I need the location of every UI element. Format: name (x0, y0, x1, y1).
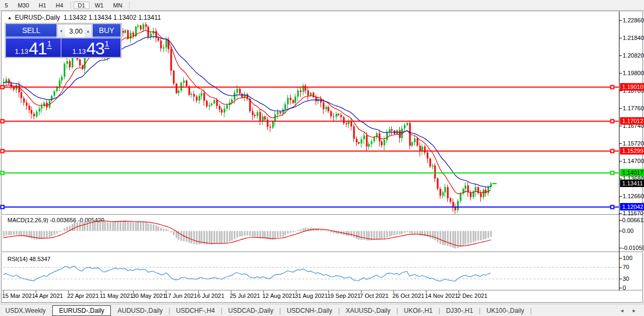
sell-price-prefix: 1.13 (15, 48, 28, 56)
symbol-title: EURUSD-,Daily (15, 14, 60, 21)
chart-tab-bar: USDX,WeeklyEURUSD-,DailyAUDUSD-,Daily|US… (0, 304, 644, 316)
tab-separator: | (168, 307, 170, 314)
tab-audusd-daily[interactable]: AUDUSD-,Daily (112, 306, 168, 315)
tab-separator: | (279, 307, 281, 314)
tab-separator: | (479, 307, 480, 314)
buy-price-prefix: 1.13 (73, 48, 86, 56)
tab-usdcnh-daily[interactable]: USDCNH-,Daily (281, 306, 337, 315)
tab-usdchf-h4[interactable]: USDCHF-,H4 (171, 306, 220, 315)
tab-scroll-left-icon[interactable]: ◄ (619, 308, 624, 313)
tab-uk100-daily[interactable]: UK100-,Daily (481, 306, 529, 315)
tab-separator: | (396, 307, 398, 314)
tab-separator: | (439, 307, 440, 314)
mt4-window: 5M30H1H4D1W1MN ▲EURUSD-,Daily 1.13432 1.… (0, 0, 644, 316)
buy-button[interactable]: BUY (93, 24, 120, 38)
one-click-trading-panel: SELL ▼ ▲ BUY 1.13 41 1 1.13 43 1 (5, 23, 122, 58)
volume-stepper: ▼ ▲ (57, 24, 92, 38)
collapse-panel-icon[interactable]: ▲ (7, 15, 12, 20)
sell-price-pip: 1 (47, 40, 52, 49)
symbol-header: ▲EURUSD-,Daily 1.13432 1.13434 1.13402 1… (7, 14, 161, 21)
buy-price-big: 43 (86, 42, 104, 56)
volume-increase-icon[interactable]: ▲ (84, 25, 92, 37)
volume-decrease-icon[interactable]: ▼ (58, 25, 65, 37)
tab-ukoil-h1[interactable]: UKOil-,H1 (399, 306, 438, 315)
buy-price-pip: 1 (104, 40, 110, 49)
tab-separator: | (338, 307, 340, 314)
tab-separator: | (221, 307, 222, 314)
tab-separator: | (530, 307, 532, 314)
tab-xauusd-daily[interactable]: XAUUSD-,Daily (340, 306, 396, 315)
volume-input[interactable] (65, 25, 84, 37)
buy-price-button[interactable]: 1.13 43 1 (61, 38, 120, 57)
tab-usdx-weekly[interactable]: USDX,Weekly (0, 306, 51, 315)
tab-usdcad-daily[interactable]: USDCAD-,Daily (223, 306, 279, 315)
ohlc-quote: 1.13432 1.13434 1.13402 1.13411 (63, 14, 161, 21)
sell-price-big: 41 (29, 42, 47, 56)
tab-scroll-right-icon[interactable]: ► (632, 308, 637, 313)
sell-button[interactable]: SELL (6, 24, 57, 38)
tab-dj30-h1[interactable]: DJ30-,H1 (441, 306, 479, 315)
tab-eurusd-daily[interactable]: EURUSD-,Daily (52, 305, 111, 316)
sell-price-button[interactable]: 1.13 41 1 (6, 38, 61, 57)
